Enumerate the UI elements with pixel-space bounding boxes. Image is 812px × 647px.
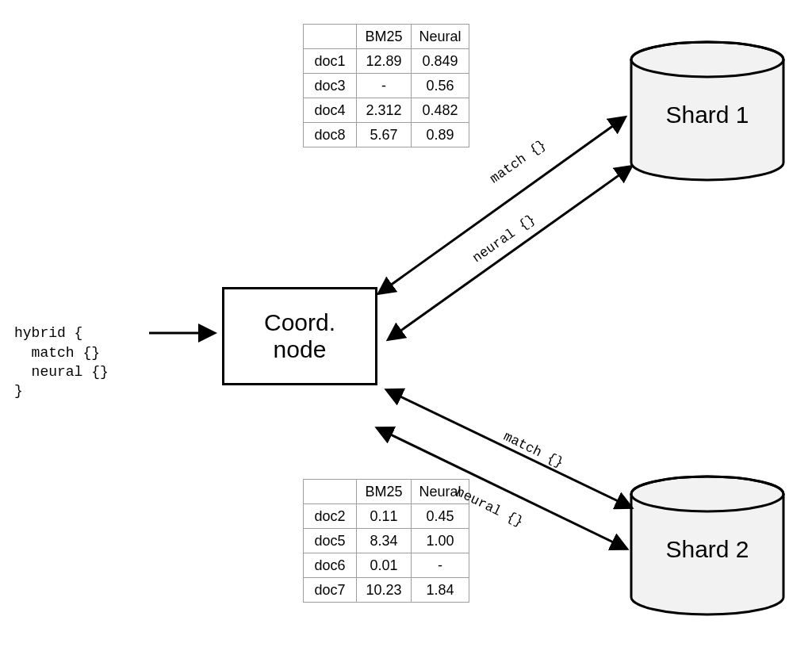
edge-label-shard1-neural: neural {} — [470, 212, 538, 266]
col-bm25: BM25 — [357, 25, 412, 49]
table-row: doc4 2.312 0.482 — [304, 98, 469, 123]
cell-doc: doc2 — [304, 504, 357, 529]
shard-2-label: Shard 2 — [628, 536, 787, 563]
cell-bm25: - — [357, 74, 412, 98]
shard-1-label: Shard 1 — [628, 101, 787, 128]
shard-1: Shard 1 — [628, 40, 787, 182]
query-line: match {} — [14, 345, 100, 361]
table-row: doc8 5.67 0.89 — [304, 123, 469, 147]
shard-2: Shard 2 — [628, 474, 787, 617]
cell-doc: doc1 — [304, 49, 357, 74]
cell-bm25: 2.312 — [357, 98, 412, 123]
col-neural: Neural — [412, 25, 469, 49]
table-row: doc2 0.11 0.45 — [304, 504, 469, 529]
cell-doc: doc5 — [304, 529, 357, 553]
cell-neural: 0.849 — [412, 49, 469, 74]
cell-neural: - — [412, 553, 469, 578]
query-line: neural {} — [14, 364, 109, 380]
coord-label-line1: Coord. — [264, 309, 335, 335]
table-row: doc3 - 0.56 — [304, 74, 469, 98]
cell-doc: doc4 — [304, 98, 357, 123]
cell-bm25: 5.67 — [357, 123, 412, 147]
query-line: } — [14, 383, 23, 399]
cell-bm25: 0.11 — [357, 504, 412, 529]
edge-label-shard2-match: match {} — [501, 429, 566, 471]
cell-bm25: 0.01 — [357, 553, 412, 578]
shard-2-scores-table: BM25 Neural doc2 0.11 0.45 doc5 8.34 1.0… — [303, 479, 469, 603]
cell-doc: doc8 — [304, 123, 357, 147]
edge-label-shard1-match: match {} — [488, 137, 550, 186]
hybrid-query-text: hybrid { match {} neural {} } — [14, 304, 109, 400]
cell-neural: 0.45 — [412, 504, 469, 529]
table-header-row: BM25 Neural — [304, 480, 469, 504]
cell-doc: doc6 — [304, 553, 357, 578]
shard-1-scores-table: BM25 Neural doc1 12.89 0.849 doc3 - 0.56… — [303, 24, 469, 147]
coord-label-line2: node — [274, 336, 327, 362]
col-bm25: BM25 — [357, 480, 412, 504]
cell-bm25: 12.89 — [357, 49, 412, 74]
cell-neural: 0.89 — [412, 123, 469, 147]
cell-neural: 0.56 — [412, 74, 469, 98]
arrow-coord-shard1-neural — [389, 167, 631, 339]
table-header-row: BM25 Neural — [304, 25, 469, 49]
cell-neural: 1.84 — [412, 578, 469, 603]
cell-neural: 0.482 — [412, 98, 469, 123]
coordinator-node: Coord. node — [222, 287, 377, 385]
query-line: hybrid { — [14, 325, 82, 341]
cell-doc: doc7 — [304, 578, 357, 603]
table-row: doc6 0.01 - — [304, 553, 469, 578]
table-row: doc1 12.89 0.849 — [304, 49, 469, 74]
table-row: doc5 8.34 1.00 — [304, 529, 469, 553]
table-row: doc7 10.23 1.84 — [304, 578, 469, 603]
cell-bm25: 8.34 — [357, 529, 412, 553]
cell-doc: doc3 — [304, 74, 357, 98]
cell-bm25: 10.23 — [357, 578, 412, 603]
cell-neural: 1.00 — [412, 529, 469, 553]
